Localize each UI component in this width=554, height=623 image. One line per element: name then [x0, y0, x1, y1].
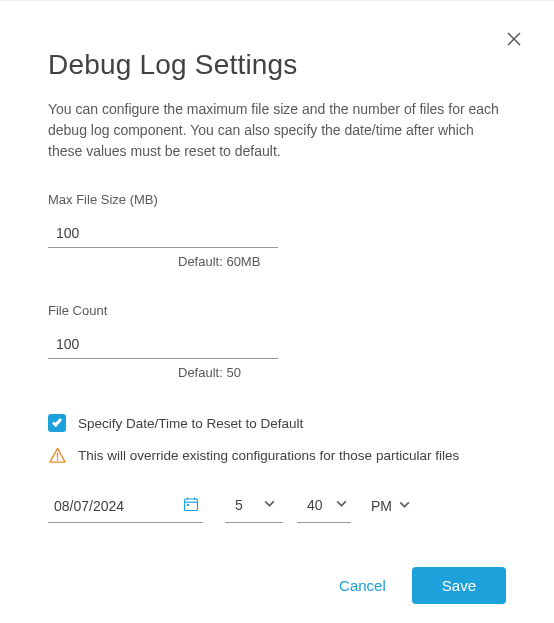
- file-count-label: File Count: [48, 303, 506, 318]
- close-button[interactable]: [506, 31, 526, 51]
- date-field: [48, 492, 203, 523]
- chevron-down-icon: [335, 496, 348, 514]
- max-file-size-input[interactable]: [48, 219, 278, 248]
- checkmark-icon: [51, 414, 63, 432]
- svg-point-4: [56, 458, 58, 460]
- debug-log-settings-dialog: Debug Log Settings You can configure the…: [0, 1, 554, 604]
- datetime-row: 5 40 PM: [48, 492, 506, 523]
- hour-value: 5: [235, 497, 255, 513]
- minute-value: 40: [307, 497, 327, 513]
- max-file-size-default-hint: Default: 60MB: [178, 254, 506, 269]
- warning-row: This will override existing configuratio…: [48, 446, 506, 464]
- reset-checkbox-label: Specify Date/Time to Reset to Default: [78, 416, 303, 431]
- max-file-size-field: Max File Size (MB) Default: 60MB: [48, 192, 506, 269]
- max-file-size-label: Max File Size (MB): [48, 192, 506, 207]
- file-count-input[interactable]: [48, 330, 278, 359]
- dialog-title: Debug Log Settings: [48, 49, 506, 81]
- ampm-select[interactable]: PM: [365, 493, 413, 523]
- chevron-down-icon: [398, 497, 411, 515]
- ampm-value: PM: [371, 498, 392, 514]
- svg-rect-9: [187, 504, 189, 506]
- svg-rect-5: [185, 499, 198, 511]
- dialog-description: You can configure the maximum file size …: [48, 99, 506, 162]
- save-button[interactable]: Save: [412, 567, 506, 604]
- close-icon: [506, 33, 522, 50]
- file-count-default-hint: Default: 50: [178, 365, 506, 380]
- reset-checkbox[interactable]: [48, 414, 66, 432]
- minute-select[interactable]: 40: [297, 492, 351, 523]
- hour-select[interactable]: 5: [225, 492, 283, 523]
- warning-icon: [48, 446, 66, 464]
- file-count-field: File Count Default: 50: [48, 303, 506, 380]
- date-input[interactable]: [48, 492, 203, 523]
- calendar-icon[interactable]: [183, 496, 199, 516]
- dialog-actions: Cancel Save: [48, 567, 506, 604]
- warning-text: This will override existing configuratio…: [78, 448, 459, 463]
- cancel-button[interactable]: Cancel: [339, 577, 386, 594]
- reset-checkbox-row: Specify Date/Time to Reset to Default: [48, 414, 506, 432]
- chevron-down-icon: [263, 496, 276, 514]
